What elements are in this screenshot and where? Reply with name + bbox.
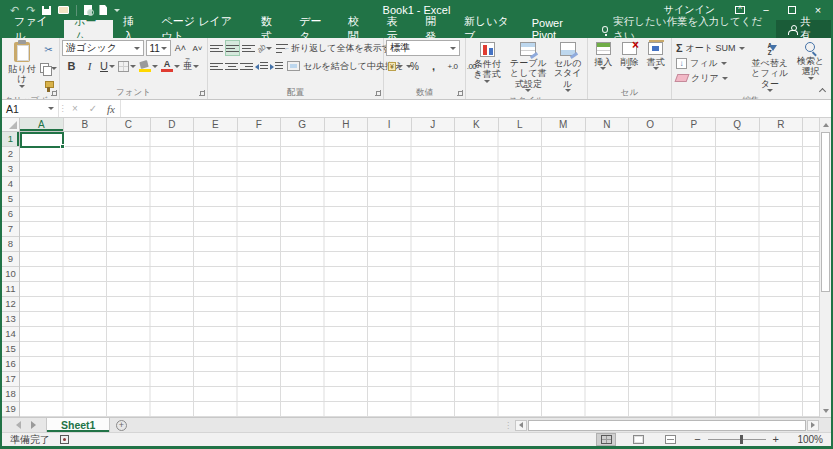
grow-font-button[interactable]: A˄ <box>173 40 188 56</box>
column-header[interactable]: N <box>586 118 630 131</box>
scroll-up-button[interactable] <box>820 118 831 131</box>
orientation-button[interactable]: ab <box>257 40 272 56</box>
add-sheet-button[interactable]: + <box>110 418 132 432</box>
zoom-slider-thumb[interactable] <box>740 435 743 444</box>
ribbon-tab[interactable]: ファイル <box>2 20 64 38</box>
open-button[interactable] <box>58 6 69 14</box>
percent-style-button[interactable]: % <box>407 58 422 74</box>
scroll-right-button[interactable] <box>807 420 819 431</box>
number-dialog-launcher[interactable] <box>457 90 463 96</box>
column-header[interactable]: H <box>325 118 369 131</box>
column-header[interactable]: M <box>542 118 586 131</box>
row-header[interactable]: 7 <box>2 222 19 237</box>
clipboard-dialog-launcher[interactable] <box>51 90 57 96</box>
column-header[interactable]: G <box>281 118 325 131</box>
ribbon-tab[interactable]: データ <box>289 20 338 38</box>
enter-button[interactable]: ✓ <box>84 100 102 117</box>
row-header[interactable]: 3 <box>2 162 19 177</box>
fill-color-button[interactable] <box>139 58 158 74</box>
decrease-indent-button[interactable] <box>255 58 268 74</box>
ribbon-tab[interactable]: 校閲 <box>338 20 377 38</box>
column-header[interactable]: C <box>107 118 151 131</box>
underline-button[interactable]: U <box>100 58 115 74</box>
column-header[interactable]: F <box>238 118 282 131</box>
align-center-button[interactable] <box>225 58 238 74</box>
accounting-format-button[interactable]: ¥ <box>388 58 403 74</box>
row-header[interactable]: 5 <box>2 192 19 207</box>
macro-record-icon[interactable] <box>60 435 69 444</box>
middle-align-button[interactable] <box>225 40 240 56</box>
column-header[interactable]: I <box>368 118 412 131</box>
share-button[interactable]: 共有 <box>776 20 831 38</box>
tab-scroll-splitter[interactable]: ⋮ <box>501 421 515 430</box>
row-header[interactable]: 19 <box>2 402 19 417</box>
column-header[interactable]: R <box>760 118 804 131</box>
insert-function-button[interactable]: fx <box>102 100 120 117</box>
row-header[interactable]: 4 <box>2 177 19 192</box>
formula-input[interactable] <box>120 100 831 117</box>
scroll-left-button[interactable] <box>515 420 527 431</box>
ribbon-tab[interactable]: ホーム <box>64 20 113 38</box>
row-header[interactable]: 12 <box>2 297 19 312</box>
prev-sheet-button[interactable] <box>16 421 21 429</box>
borders-button[interactable] <box>118 58 136 74</box>
next-sheet-button[interactable] <box>31 421 36 429</box>
paste-button[interactable]: 貼り付け <box>4 40 40 94</box>
row-header[interactable]: 8 <box>2 237 19 252</box>
font-color-button[interactable]: A <box>161 58 180 74</box>
row-header[interactable]: 9 <box>2 252 19 267</box>
page-break-view-button[interactable] <box>660 433 680 446</box>
cut-button[interactable]: ✂ <box>40 42 57 58</box>
align-left-button[interactable] <box>210 58 223 74</box>
row-header[interactable]: 1 <box>2 132 19 147</box>
row-header[interactable]: 13 <box>2 312 19 327</box>
font-size-combo[interactable]: 11 <box>146 40 172 56</box>
row-header[interactable]: 10 <box>2 267 19 282</box>
increase-decimal-button[interactable]: +.0 <box>445 58 460 74</box>
format-cells-button[interactable]: 書式 <box>644 40 668 86</box>
vertical-scroll-thumb[interactable] <box>821 132 830 292</box>
horizontal-scrollbar[interactable]: ⋮ <box>501 418 831 432</box>
column-header[interactable]: B <box>64 118 108 131</box>
italic-button[interactable]: I <box>82 58 97 74</box>
cell-grid[interactable] <box>20 132 819 417</box>
fill-handle[interactable] <box>60 144 65 149</box>
row-header[interactable]: 18 <box>2 387 19 402</box>
column-header[interactable]: J <box>412 118 456 131</box>
font-name-combo[interactable]: 游ゴシック <box>62 40 144 56</box>
ribbon-tab[interactable]: 挿入 <box>113 20 152 38</box>
align-right-button[interactable] <box>240 58 253 74</box>
page-layout-view-button[interactable] <box>628 433 648 446</box>
clear-button[interactable]: クリア <box>674 71 747 85</box>
column-header[interactable]: E <box>194 118 238 131</box>
ribbon-tab[interactable]: 開発 <box>415 20 454 38</box>
wrap-text-button[interactable]: 折り返して全体を表示する <box>274 40 402 56</box>
column-header[interactable]: D <box>151 118 195 131</box>
column-header[interactable]: L <box>499 118 543 131</box>
row-header[interactable]: 2 <box>2 147 19 162</box>
column-header[interactable]: A <box>20 118 64 131</box>
sort-filter-button[interactable]: AZ 並べ替えとフィルター <box>747 40 794 94</box>
collapse-ribbon-button[interactable] <box>820 87 826 93</box>
row-header[interactable]: 6 <box>2 207 19 222</box>
column-header[interactable]: Q <box>716 118 760 131</box>
autosum-button[interactable]: Σ オート SUM <box>674 41 747 55</box>
zoom-out-button[interactable]: − <box>694 434 700 445</box>
selected-cell-a1[interactable] <box>20 132 64 148</box>
insert-cells-button[interactable]: 挿入 <box>591 40 615 86</box>
ribbon-tab[interactable]: 数式 <box>251 20 290 38</box>
row-header[interactable]: 15 <box>2 342 19 357</box>
alignment-dialog-launcher[interactable] <box>375 90 381 96</box>
shrink-font-button[interactable]: A˅ <box>190 40 205 56</box>
row-header[interactable]: 17 <box>2 372 19 387</box>
bold-button[interactable]: B <box>64 58 79 74</box>
ribbon-tab[interactable]: Power Pivot <box>522 20 592 38</box>
scroll-down-button[interactable] <box>820 404 831 417</box>
number-format-combo[interactable]: 標準 <box>386 40 460 56</box>
font-dialog-launcher[interactable] <box>199 90 205 96</box>
row-header[interactable]: 16 <box>2 357 19 372</box>
cell-styles-button[interactable]: セルのスタイル <box>550 40 585 94</box>
zoom-in-button[interactable]: + <box>773 434 779 445</box>
row-header[interactable]: 11 <box>2 282 19 297</box>
delete-cells-button[interactable]: 削除 <box>617 40 641 86</box>
